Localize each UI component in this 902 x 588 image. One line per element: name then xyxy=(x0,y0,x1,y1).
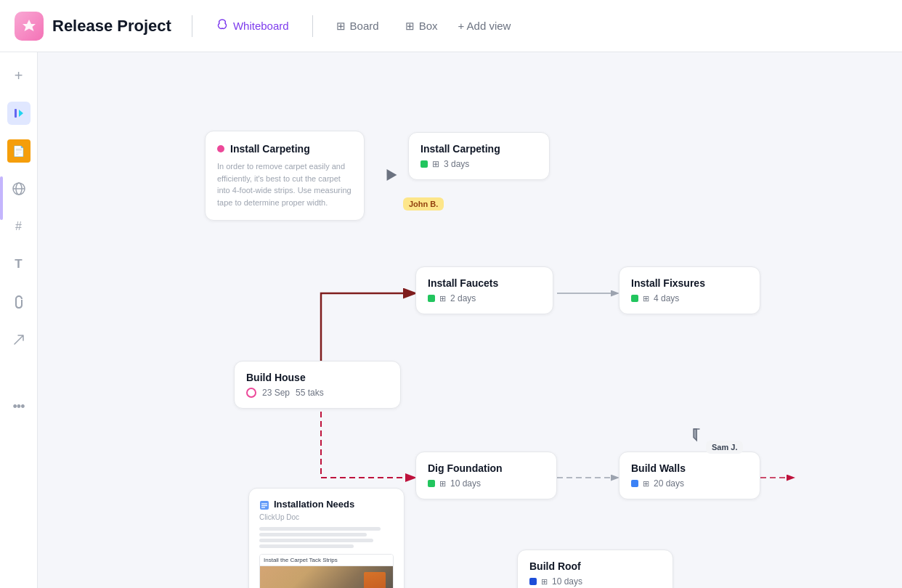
svg-marker-1 xyxy=(19,110,23,117)
whiteboard-label: Whiteboard xyxy=(233,20,289,32)
duration-text: 3 days xyxy=(444,159,469,169)
card-build-walls[interactable]: Build Walls ⊞ 20 days xyxy=(619,452,760,499)
card-title: Build Walls xyxy=(631,462,748,474)
card-title: Install Faucets xyxy=(428,277,541,289)
whiteboard-icon xyxy=(216,18,229,34)
sidebar-plus[interactable]: + xyxy=(7,64,31,87)
note-lines xyxy=(259,527,394,548)
card-install-fixsures[interactable]: Install Fixsures ⊞ 4 days xyxy=(619,266,760,314)
board-icon: ⊞ xyxy=(336,20,346,33)
detail-card-title: Install Carpeting xyxy=(230,143,310,155)
duration-text: 20 days xyxy=(654,478,684,489)
sidebar-text[interactable]: T xyxy=(7,253,31,276)
group-status-circle xyxy=(246,388,256,398)
badge-john-b: John B. xyxy=(403,197,444,211)
thumb-label: Install the Carpet Tack Strips xyxy=(260,555,393,566)
group-title: Build House xyxy=(246,372,389,383)
note-card-installation-needs[interactable]: Installation Needs ClickUp Doc Install t… xyxy=(248,488,405,588)
sidebar-clip[interactable] xyxy=(7,290,31,314)
scroll-indicator xyxy=(0,176,3,220)
header: Release Project Whiteboard ⊞ Board ⊞ Box… xyxy=(0,0,902,52)
group-meta: 23 Sep 55 taks xyxy=(246,388,389,398)
nav-board[interactable]: ⊞ Board xyxy=(328,15,388,37)
badge-sam-j: Sam J. xyxy=(706,441,743,454)
card-title: Install Carpeting xyxy=(420,143,537,155)
detail-card-description: In order to remove carpet easily and eff… xyxy=(217,160,352,208)
card-meta: ⊞ 10 days xyxy=(529,576,661,587)
card-build-roof[interactable]: Build Roof ⊞ 10 days xyxy=(517,550,673,588)
card-title: Install Fixsures xyxy=(631,277,748,289)
group-tasks: 55 taks xyxy=(296,388,324,398)
duration-text: 2 days xyxy=(450,293,476,303)
add-view-button[interactable]: + Add view xyxy=(458,20,511,32)
status-dot-green xyxy=(428,295,435,302)
header-divider xyxy=(192,15,192,37)
nav-whiteboard[interactable]: Whiteboard xyxy=(207,14,298,38)
board-label: Board xyxy=(350,20,379,32)
duration-icon: ⊞ xyxy=(541,577,548,587)
sidebar: + 📄 # T ••• xyxy=(0,52,38,588)
detail-dot xyxy=(217,145,224,152)
pen-icon xyxy=(688,424,709,445)
card-title: Dig Foundation xyxy=(428,462,545,474)
group-date: 23 Sep xyxy=(262,388,290,398)
box-icon: ⊞ xyxy=(405,20,415,33)
card-install-faucets[interactable]: Install Faucets ⊞ 2 days xyxy=(415,266,553,314)
duration-icon: ⊞ xyxy=(439,294,446,303)
card-meta: ⊞ 3 days xyxy=(420,159,537,169)
sidebar-more[interactable]: ••• xyxy=(7,395,31,418)
project-title: Release Project xyxy=(52,17,171,36)
duration-icon: ⊞ xyxy=(432,159,439,169)
nav-box[interactable]: ⊞ Box xyxy=(397,15,447,37)
duration-text: 4 days xyxy=(654,293,679,303)
canvas[interactable]: Install Carpeting In order to remove car… xyxy=(38,52,902,588)
status-dot-green xyxy=(428,480,435,487)
status-dot-green xyxy=(420,160,428,168)
duration-text: 10 days xyxy=(552,576,582,587)
note-subtitle: ClickUp Doc xyxy=(259,513,394,521)
card-dig-foundation[interactable]: Dig Foundation ⊞ 10 days xyxy=(415,452,557,499)
sidebar-arrow[interactable] xyxy=(7,328,31,351)
box-label: Box xyxy=(419,20,438,32)
nav-divider-1 xyxy=(312,15,313,37)
sidebar-note[interactable]: 📄 xyxy=(7,139,31,163)
thumb-container: Install the Carpet Tack Strips xyxy=(259,554,394,588)
duration-icon: ⊞ xyxy=(643,294,649,303)
sidebar-play[interactable] xyxy=(7,102,31,125)
app-icon xyxy=(15,12,44,41)
sidebar-grid[interactable]: # xyxy=(7,215,31,238)
card-meta: ⊞ 4 days xyxy=(631,293,748,303)
card-title: Build Roof xyxy=(529,560,661,572)
note-title: Installation Needs xyxy=(274,499,354,510)
card-install-carpeting-small[interactable]: Install Carpeting ⊞ 3 days xyxy=(408,132,550,180)
status-dot-darkblue xyxy=(529,578,537,585)
add-view-label: + Add view xyxy=(458,20,511,32)
duration-text: 10 days xyxy=(450,478,481,489)
cursor-pointer xyxy=(382,166,397,181)
card-build-house[interactable]: Build House 23 Sep 55 taks xyxy=(234,361,401,409)
thumb-image xyxy=(260,566,393,588)
status-dot-blue xyxy=(631,480,638,487)
card-meta: ⊞ 10 days xyxy=(428,478,545,489)
duration-icon: ⊞ xyxy=(643,479,649,489)
main-layout: + 📄 # T ••• xyxy=(0,52,902,588)
sidebar-globe[interactable] xyxy=(7,177,31,200)
doc-icon xyxy=(259,500,269,510)
card-meta: ⊞ 20 days xyxy=(631,478,748,489)
detail-card-install-carpeting[interactable]: Install Carpeting In order to remove car… xyxy=(205,131,365,221)
card-meta: ⊞ 2 days xyxy=(428,293,541,303)
status-dot-green xyxy=(631,295,638,302)
duration-icon: ⊞ xyxy=(439,479,446,489)
svg-rect-0 xyxy=(15,109,17,118)
